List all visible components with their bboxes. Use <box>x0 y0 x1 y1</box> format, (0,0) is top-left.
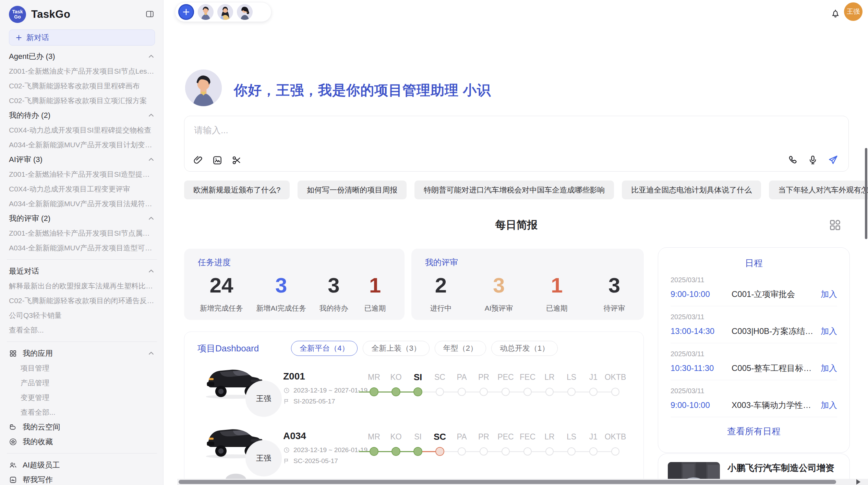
milestone-node[interactable] <box>480 388 488 396</box>
view-all-schedule-link[interactable]: 查看所有日程 <box>671 425 837 437</box>
stat-value: 3 <box>485 274 513 297</box>
milestone-label: FEC <box>520 432 535 442</box>
sidebar-section-header-3-label: 我的评审 (2) <box>9 213 50 224</box>
sidebar-collapse-icon[interactable] <box>145 10 154 18</box>
milestone-node[interactable] <box>391 387 400 396</box>
suggestion-chip[interactable]: 当下年轻人对汽车外观有怎样的喜好趋势 <box>769 181 868 199</box>
milestone-node[interactable] <box>413 447 422 456</box>
sidebar-conversation-item[interactable]: C0X4-动力总成开发项目SI里程碑提交物检查 <box>9 123 155 137</box>
attachment-icon[interactable] <box>193 155 204 166</box>
sidebar-item-star[interactable]: 我的收藏 <box>9 434 155 449</box>
dashboard-title: 项目Dashboard <box>197 343 259 355</box>
screenshot-scissors-icon[interactable] <box>231 155 242 166</box>
milestone-node[interactable] <box>413 387 422 396</box>
milestone-node[interactable] <box>458 447 466 456</box>
milestone-node[interactable] <box>480 447 488 456</box>
sidebar-conversation-item[interactable]: A034-全新新能源MUV产品开发项目计划变更表编写 <box>9 137 155 152</box>
project-flag: SC-2025-05-17 <box>283 457 338 465</box>
dashboard-tab[interactable]: 动总开发（1） <box>491 341 558 356</box>
milestone-node[interactable] <box>370 387 378 396</box>
milestone-node[interactable] <box>458 388 466 396</box>
sidebar-app-item[interactable]: 查看全部... <box>9 405 155 420</box>
milestone-node[interactable] <box>523 447 532 456</box>
suggestion-chip[interactable]: 特朗普可能对进口汽车增税会对中国车企造成哪些影响 <box>414 181 614 199</box>
image-upload-icon[interactable] <box>212 155 223 166</box>
sidebar-conversation-item[interactable]: C02-飞腾新能源轻客改款项目里程碑画布 <box>9 78 155 93</box>
horizontal-scrollbar-thumb[interactable] <box>179 480 836 484</box>
milestone-node[interactable] <box>502 447 510 456</box>
sidebar-tool-people[interactable]: AI超级员工 <box>9 458 155 472</box>
sidebar-conversation-item[interactable]: C02-飞腾新能源轻客改款项目立项汇报方案 <box>9 93 155 108</box>
sidebar-section-header-recent[interactable]: 最近对话 <box>9 264 155 278</box>
sidebar-conversation-item[interactable]: A034-全新新能源MUV产品开发项目法规符合性评审 <box>9 196 155 211</box>
milestone-node[interactable] <box>611 388 619 396</box>
schedule-time: 9:00-10:00 <box>671 289 732 299</box>
dashboard-tab[interactable]: 年型（2） <box>435 341 486 356</box>
sidebar-recent-item[interactable]: 解释最新出台的欧盟报废车法规再生塑料比例被调至15%... <box>9 278 155 293</box>
sidebar-conversation-item[interactable]: Z001-全新燃油轻卡产品开发项目SI节点属性5D文件评审 <box>9 226 155 240</box>
send-icon[interactable] <box>827 154 839 166</box>
schedule-join-link[interactable]: 加入 <box>821 326 837 337</box>
agent-avatar-2[interactable] <box>217 4 233 20</box>
milestone-node[interactable] <box>502 388 510 396</box>
milestone-node[interactable] <box>567 447 576 456</box>
sidebar-app-item[interactable]: 项目管理 <box>9 361 155 375</box>
suggestion-chip[interactable]: 比亚迪全固态电池计划具体说了什么 <box>622 181 761 199</box>
milestone-node[interactable] <box>589 388 598 396</box>
schedule-item-row: 9:00-10:00X003-车辆动力学性能验...加入 <box>671 400 837 411</box>
milestone-node[interactable] <box>545 388 554 396</box>
sidebar-section-header-0[interactable]: Agent已办 (3) <box>9 49 155 64</box>
horizontal-scrollbar[interactable] <box>177 479 868 485</box>
notification-bell-icon[interactable] <box>830 8 841 18</box>
sidebar-section-header-1[interactable]: 我的待办 (2) <box>9 108 155 123</box>
schedule-join-link[interactable]: 加入 <box>821 400 837 411</box>
sidebar-recent-item[interactable]: 查看全部... <box>9 323 155 337</box>
agent-avatar-3[interactable] <box>237 4 253 20</box>
sidebar-recent-item[interactable]: 公司Q3轻卡销量 <box>9 308 155 323</box>
schedule-item-row: 13:00-14:30C003|H0B-方案冻结评审加入 <box>671 326 837 337</box>
sidebar-tool-write[interactable]: 帮我写作 <box>9 472 155 485</box>
daily-briefing-title: 每日简报 <box>184 218 849 232</box>
milestone-node[interactable] <box>370 447 378 456</box>
avatar-illustration <box>217 4 233 20</box>
sidebar-conversation-item[interactable]: A034-全新新能源MUV产品开发项目造型可行性评审 <box>9 240 155 255</box>
voice-call-icon[interactable] <box>787 154 798 165</box>
milestone-label: KO <box>390 373 401 382</box>
milestone-node[interactable] <box>523 388 532 396</box>
sidebar-conversation-item[interactable]: C0X4-动力总成开发项目工程变更评审 <box>9 182 155 196</box>
project-code[interactable]: A034 <box>283 431 306 442</box>
sidebar-section-header-3[interactable]: 我的评审 (2) <box>9 211 155 226</box>
sidebar-section-header-apps[interactable]: 我的应用 <box>9 346 155 361</box>
new-chat-button[interactable]: 新对话 <box>9 29 155 46</box>
suggestion-chip[interactable]: 欧洲新规最近颁布了什么? <box>184 181 290 199</box>
user-avatar[interactable]: 王强 <box>844 2 863 21</box>
dashboard-tab[interactable]: 全新上装（3） <box>363 341 429 356</box>
sidebar-item-cloud[interactable]: 我的云空间 <box>9 420 155 434</box>
milestone-node[interactable] <box>567 388 576 396</box>
agent-avatar-1[interactable] <box>198 4 214 20</box>
milestone-node[interactable] <box>391 447 400 456</box>
milestone-node[interactable] <box>436 388 444 396</box>
sidebar-recent-item[interactable]: C02-飞腾新能源轻客改款项目的闭环通告反馈情况 <box>9 293 155 308</box>
stat-card-title: 任务进度 <box>198 257 391 268</box>
chat-input[interactable] <box>193 122 709 138</box>
scroll-right-arrow-icon[interactable] <box>856 479 860 485</box>
microphone-icon[interactable] <box>807 154 818 165</box>
schedule-join-link[interactable]: 加入 <box>821 363 837 374</box>
sidebar-conversation-item[interactable]: Z001-全新燃油皮卡产品开发项目SI节点Lesson Learn报告 <box>9 64 155 78</box>
add-agent-button[interactable] <box>178 4 194 20</box>
suggestion-chip[interactable]: 如何写一份清晰的项目周报 <box>298 181 407 199</box>
vertical-scrollbar-thumb[interactable] <box>865 148 867 239</box>
milestone-node[interactable] <box>435 447 444 456</box>
schedule-join-link[interactable]: 加入 <box>821 289 837 300</box>
sidebar-app-item[interactable]: 产品管理 <box>9 375 155 390</box>
sidebar-app-item[interactable]: 变更管理 <box>9 390 155 405</box>
project-code[interactable]: Z001 <box>283 371 305 382</box>
milestone-node[interactable] <box>589 447 598 456</box>
briefing-layout-icon[interactable] <box>828 218 842 232</box>
sidebar-conversation-item[interactable]: Z001-全新燃油轻卡产品开发项目SI造型提交物评审 <box>9 167 155 182</box>
milestone-node[interactable] <box>611 447 619 456</box>
dashboard-tab[interactable]: 全新平台（4） <box>291 341 358 356</box>
milestone-node[interactable] <box>545 447 554 456</box>
sidebar-section-header-2[interactable]: AI评审 (3) <box>9 152 155 167</box>
